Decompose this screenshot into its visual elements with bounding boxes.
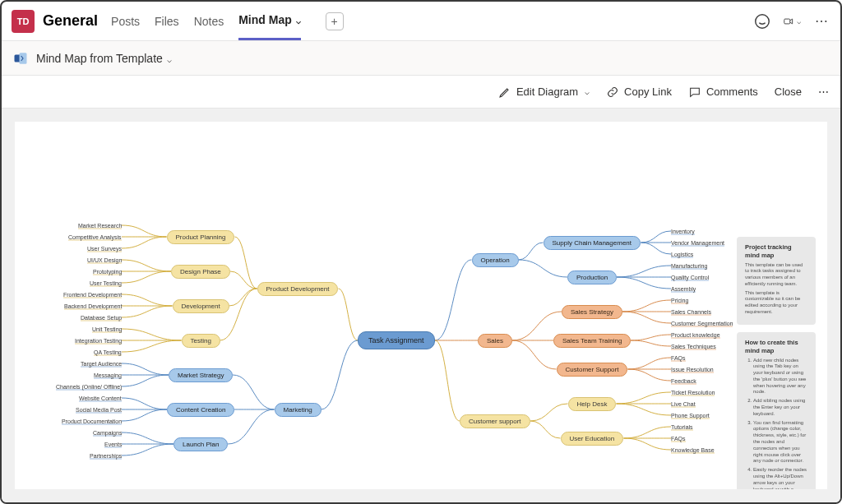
chevron-down-icon: ⌵ [164,55,172,64]
mindmap-node[interactable]: Design Phase [171,265,230,279]
mindmap-node[interactable]: Help Desk [568,397,617,411]
mindmap-leaf[interactable]: Market Research [78,223,122,229]
app-header: TD General Posts Files Notes Mind Map ⌵ … [2,2,840,41]
mindmap-node[interactable]: Sales Team Training [553,334,631,348]
tab-posts[interactable]: Posts [111,3,140,39]
mindmap-leaf[interactable]: Pricing [671,298,688,303]
mindmap-leaf[interactable]: UI/UX Design [87,257,122,263]
mindmap-node[interactable]: Marketing [275,403,322,417]
visio-icon [13,51,28,66]
add-tab-button[interactable]: + [326,12,344,30]
mindmap-leaf[interactable]: Competitive Analysis [68,234,122,240]
mindmap-leaf[interactable]: Channels (Online/ Offline) [56,384,122,390]
mindmap-leaf[interactable]: Phone Support [671,413,710,418]
subheader: Mind Map from Template ⌵ [2,41,840,76]
mindmap-node[interactable]: Product Planning [167,230,235,244]
mindmap-leaf[interactable]: QA Testing [94,349,122,355]
copy-link-button[interactable]: Copy Link [606,86,672,99]
mindmap-leaf[interactable]: Live Chat [671,401,696,407]
more-icon: ⋯ [818,86,829,98]
mindmap-leaf[interactable]: Product knowledge [671,332,720,338]
header-actions: ⌵ ⋯ [753,12,830,30]
mindmap-leaf[interactable]: Integration Testing [75,338,122,344]
mindmap-leaf[interactable]: Inventory [671,229,695,234]
mindmap-leaf[interactable]: Events [104,442,122,447]
mindmap-node[interactable]: Supply Chain Management [544,236,641,250]
mindmap-node[interactable]: Customer support [460,414,530,428]
meet-icon[interactable]: ⌵ [783,12,801,30]
mindmap-leaf[interactable]: Manufacturing [671,263,707,269]
edit-diagram-button[interactable]: Edit Diagram⌵ [498,86,590,99]
mindmap-leaf[interactable]: Messaging [94,372,122,378]
comments-button[interactable]: Comments [688,86,758,99]
mindmap-leaf[interactable]: Campaigns [93,430,122,436]
mindmap-leaf[interactable]: Quality Control [671,275,709,280]
more-icon[interactable]: ⋯ [812,12,830,30]
mindmap-node[interactable]: Content Creation [167,403,234,417]
tab-strip: Posts Files Notes Mind Map ⌵ + [111,2,343,40]
mindmap-leaf[interactable]: Unit Testing [92,326,122,332]
canvas-wrapper: Task AssignmentProduct DevelopmentProduc… [2,109,840,502]
mindmap-leaf[interactable]: Frontend Development [63,292,122,298]
mindmap-leaf[interactable]: User Testing [90,280,122,286]
mindmap-node[interactable]: Customer Support [557,363,628,377]
mindmap-leaf[interactable]: Sales Techniques [671,344,716,349]
team-avatar: TD [12,10,35,33]
chat-icon[interactable] [753,12,771,30]
mindmap-node[interactable]: User Education [561,432,624,446]
tab-files[interactable]: Files [155,3,179,39]
connector-layer [15,122,827,489]
mindmap-node[interactable]: Production [567,270,617,284]
diagram-toolbar: Edit Diagram⌵ Copy Link Comments Close ⋯ [2,76,840,109]
mindmap-leaf[interactable]: Target Audience [81,361,122,367]
comment-icon [688,86,701,99]
mindmap-node[interactable]: Task Assignment [358,331,435,349]
mindmap-leaf[interactable]: Social Media Post [76,407,122,413]
svg-point-0 [756,14,770,28]
mindmap-leaf[interactable]: Knowledge Base [671,447,715,453]
info-box: How to create this mind mapAdd new child… [737,332,816,489]
mindmap-node[interactable]: Sales Strategy [562,305,622,319]
mindmap-leaf[interactable]: Logistics [671,252,693,257]
tab-mindmap[interactable]: Mind Map ⌵ [238,2,300,40]
link-icon [606,86,619,99]
mindmap-leaf[interactable]: Website Content [79,395,122,401]
chevron-down-icon: ⌵ [294,16,301,25]
mindmap-node[interactable]: Testing [182,334,220,348]
mindmap-leaf[interactable]: Customer Segmentation [671,321,733,326]
mindmap-leaf[interactable]: FAQs [671,436,686,442]
breadcrumb[interactable]: Mind Map from Template ⌵ [36,52,172,65]
close-button[interactable]: Close [775,86,802,98]
mindmap-node[interactable]: Product Development [257,282,339,296]
mindmap-leaf[interactable]: Ticket Resolution [671,390,715,395]
mindmap-node[interactable]: Sales [478,334,512,348]
pencil-icon [498,86,511,99]
mindmap-leaf[interactable]: Prototyping [93,269,122,275]
mindmap-leaf[interactable]: Assembly [671,286,696,292]
mindmap-leaf[interactable]: Backend Development [64,303,122,309]
channel-title: General [43,12,98,30]
chevron-down-icon: ⌵ [585,87,590,96]
mindmap-leaf[interactable]: Database Setup [81,315,122,321]
mindmap-leaf[interactable]: Tutorials [671,424,693,430]
mindmap-leaf[interactable]: FAQs [671,355,686,361]
mindmap-node[interactable]: Development [173,299,229,313]
chevron-down-icon: ⌵ [797,17,801,25]
mindmap-leaf[interactable]: User Surveys [87,246,122,252]
mindmap-leaf[interactable]: Product Documentation [62,418,122,424]
plus-icon: + [331,15,337,28]
svg-rect-1 [784,19,790,24]
mindmap-node[interactable]: Market Strategy [169,368,233,382]
mindmap-canvas[interactable]: Task AssignmentProduct DevelopmentProduc… [15,122,827,489]
mindmap-leaf[interactable]: Vendor Management [671,240,724,246]
mindmap-leaf[interactable]: Issue Resolution [671,367,714,372]
tab-notes[interactable]: Notes [194,3,224,39]
info-box: Project tracking mind mapThis template c… [737,237,816,325]
mindmap-leaf[interactable]: Feedback [671,378,696,384]
mindmap-leaf[interactable]: Sales Channels [671,309,711,315]
mindmap-leaf[interactable]: Partnerships [90,453,122,459]
mindmap-node[interactable]: Launch Plan [173,437,228,451]
more-options-button[interactable]: ⋯ [818,86,829,98]
mindmap-node[interactable]: Operation [472,253,519,267]
